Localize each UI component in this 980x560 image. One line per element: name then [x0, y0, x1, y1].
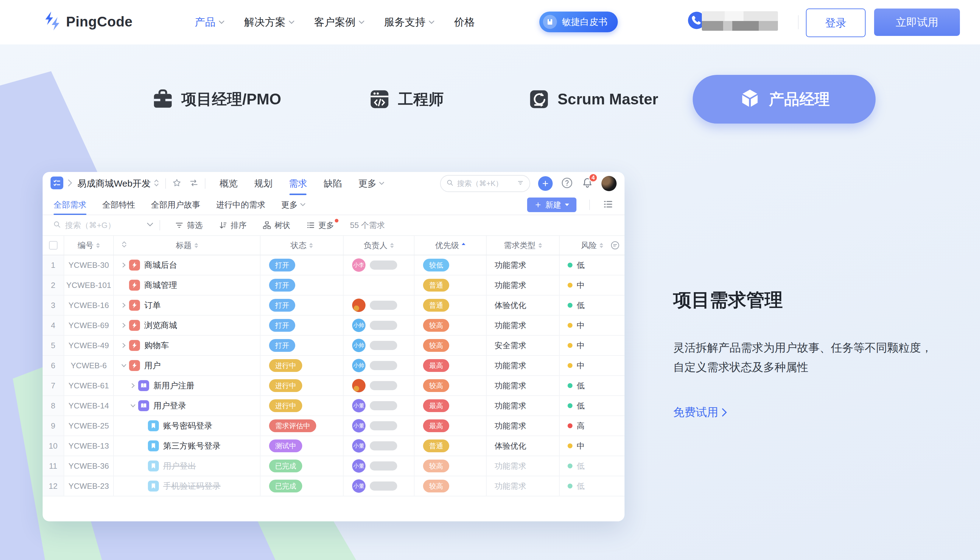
- item-title[interactable]: 商城后台: [144, 260, 177, 270]
- project-icon[interactable]: [50, 177, 63, 190]
- column-header-2[interactable]: 标题: [114, 236, 260, 255]
- app-tab-4[interactable]: 缺陷: [323, 172, 342, 195]
- expand-chevron-icon[interactable]: [121, 323, 127, 328]
- status-badge[interactable]: 测试中: [269, 440, 302, 452]
- status-badge[interactable]: 已完成: [269, 460, 302, 472]
- view-tab-1[interactable]: 全部需求: [53, 195, 87, 215]
- status-badge[interactable]: 进行中: [269, 359, 302, 372]
- table-row[interactable]: 8YCWEB-14用户登录进行中小董最高功能需求低: [43, 396, 625, 416]
- nav-item-3[interactable]: 客户案例: [314, 15, 365, 29]
- user-avatar[interactable]: [602, 176, 617, 191]
- table-row[interactable]: 3YCWEB-16订单打开普通体验优化低: [43, 295, 625, 316]
- item-title[interactable]: 新用户注册: [153, 380, 195, 391]
- sort-carets[interactable]: [462, 243, 465, 248]
- help-icon[interactable]: [561, 177, 573, 190]
- item-title[interactable]: 用户: [144, 360, 161, 371]
- expand-all-icon[interactable]: [121, 240, 127, 250]
- expand-chevron-icon[interactable]: [130, 383, 136, 388]
- column-header-3[interactable]: 状态: [260, 236, 343, 255]
- brand-logo[interactable]: PingCode: [44, 12, 133, 32]
- app-tab-5[interactable]: 更多: [358, 172, 384, 195]
- expand-chevron-icon[interactable]: [121, 303, 127, 308]
- free-trial-button[interactable]: 立即试用: [874, 8, 960, 36]
- status-badge[interactable]: 已完成: [269, 480, 302, 492]
- chevron-down-icon[interactable]: [147, 222, 153, 228]
- global-search-input[interactable]: 搜索（⌘+K）: [440, 175, 530, 192]
- expand-chevron-icon[interactable]: [121, 343, 127, 348]
- expand-chevron-icon[interactable]: [121, 262, 127, 268]
- favorite-star-icon[interactable]: [172, 178, 182, 189]
- app-tab-1[interactable]: 概览: [220, 172, 238, 195]
- view-tab-2[interactable]: 全部特性: [102, 195, 135, 215]
- status-badge[interactable]: 打开: [269, 299, 295, 312]
- table-row[interactable]: 12YCWEB-23手机验证码登录已完成小董较高功能需求低: [43, 476, 625, 497]
- project-name[interactable]: 易成商城Web开发: [77, 177, 151, 190]
- item-title[interactable]: 订单: [144, 300, 161, 311]
- list-search-input[interactable]: 搜索（⌘+G）: [53, 220, 153, 231]
- toolbar-更多-button[interactable]: 更多: [306, 220, 334, 231]
- table-row[interactable]: 4YCWEB-69浏览商城打开小帅较高功能需求中: [43, 316, 625, 336]
- notifications-bell-icon[interactable]: 4: [581, 177, 593, 190]
- table-row[interactable]: 2YCWEB-101商城管理打开普通功能需求中: [43, 275, 625, 295]
- toolbar-排序-button[interactable]: 排序: [218, 220, 247, 231]
- status-badge[interactable]: 打开: [269, 259, 295, 272]
- search-filter-icon[interactable]: [517, 179, 524, 188]
- sort-carets[interactable]: [309, 243, 313, 248]
- swap-arrows-icon[interactable]: [189, 178, 199, 189]
- priority-badge[interactable]: 较低: [423, 259, 449, 272]
- priority-badge[interactable]: 普通: [423, 440, 449, 452]
- table-row[interactable]: 10YCWEB-13第三方账号登录测试中小董普通体验优化中: [43, 436, 625, 456]
- collapse-chevron-icon[interactable]: [121, 363, 127, 368]
- app-tab-2[interactable]: 规划: [254, 172, 272, 195]
- persona-tab-1[interactable]: 项目经理/PMO: [152, 75, 281, 123]
- column-header-7[interactable]: 风险: [560, 236, 625, 255]
- item-title[interactable]: 用户登出: [163, 460, 196, 472]
- status-badge[interactable]: 需求评估中: [269, 419, 316, 432]
- view-switch-icon[interactable]: [603, 199, 613, 211]
- view-tab-5[interactable]: 更多: [281, 195, 305, 215]
- view-tab-3[interactable]: 全部用户故事: [151, 195, 200, 215]
- nav-item-5[interactable]: 价格: [454, 15, 475, 29]
- status-badge[interactable]: 进行中: [269, 379, 302, 392]
- priority-badge[interactable]: 较高: [423, 319, 449, 332]
- whitepaper-button[interactable]: 敏捷白皮书: [539, 12, 618, 32]
- sort-carets[interactable]: [600, 243, 603, 248]
- sort-carets[interactable]: [96, 243, 100, 248]
- priority-badge[interactable]: 最高: [423, 419, 449, 432]
- column-header-4[interactable]: 负责人: [343, 236, 415, 255]
- create-button[interactable]: [538, 176, 553, 191]
- persona-tab-4[interactable]: 产品经理: [693, 75, 876, 123]
- status-badge[interactable]: 打开: [269, 339, 295, 352]
- column-header-6[interactable]: 需求类型: [487, 236, 560, 255]
- priority-badge[interactable]: 普通: [423, 299, 449, 312]
- view-tab-4[interactable]: 进行中的需求: [216, 195, 265, 215]
- item-title[interactable]: 浏览商城: [144, 320, 177, 331]
- item-title[interactable]: 手机验证码登录: [163, 480, 221, 492]
- nav-item-2[interactable]: 解决方案: [244, 15, 295, 29]
- table-row[interactable]: 1YCWEB-30商城后台打开小李较低功能需求低: [43, 255, 625, 275]
- priority-badge[interactable]: 较高: [423, 339, 449, 352]
- login-button[interactable]: 登录: [806, 8, 865, 37]
- item-title[interactable]: 账号密码登录: [163, 420, 212, 431]
- column-header-1[interactable]: 编号: [64, 236, 114, 255]
- nav-item-4[interactable]: 服务支持: [384, 15, 435, 29]
- column-settings-icon[interactable]: [610, 240, 620, 250]
- priority-badge[interactable]: 普通: [423, 279, 449, 292]
- table-row[interactable]: 7YCWEB-61新用户注册进行中较高功能需求低: [43, 376, 625, 396]
- item-title[interactable]: 商城管理: [144, 280, 177, 291]
- table-row[interactable]: 11YCWEB-36用户登出已完成小董较高功能需求低: [43, 456, 625, 476]
- app-tab-3[interactable]: 需求: [289, 172, 307, 195]
- nav-item-1[interactable]: 产品: [195, 15, 225, 29]
- table-row[interactable]: 5YCWEB-49购物车打开小帅较高安全需求中: [43, 336, 625, 356]
- table-row[interactable]: 9YCWEB-25账号密码登录需求评估中小董最高功能需求高: [43, 416, 625, 436]
- sort-carets[interactable]: [538, 243, 542, 248]
- collapse-chevron-icon[interactable]: [130, 403, 136, 408]
- select-all-checkbox[interactable]: [49, 241, 58, 250]
- status-badge[interactable]: 打开: [269, 319, 295, 332]
- status-badge[interactable]: 进行中: [269, 399, 302, 412]
- toolbar-筛选-button[interactable]: 筛选: [175, 220, 203, 231]
- persona-tab-3[interactable]: Scrum Master: [528, 75, 658, 123]
- priority-badge[interactable]: 最高: [423, 359, 449, 372]
- column-header-5[interactable]: 优先级: [415, 236, 487, 255]
- priority-badge[interactable]: 较高: [423, 379, 449, 392]
